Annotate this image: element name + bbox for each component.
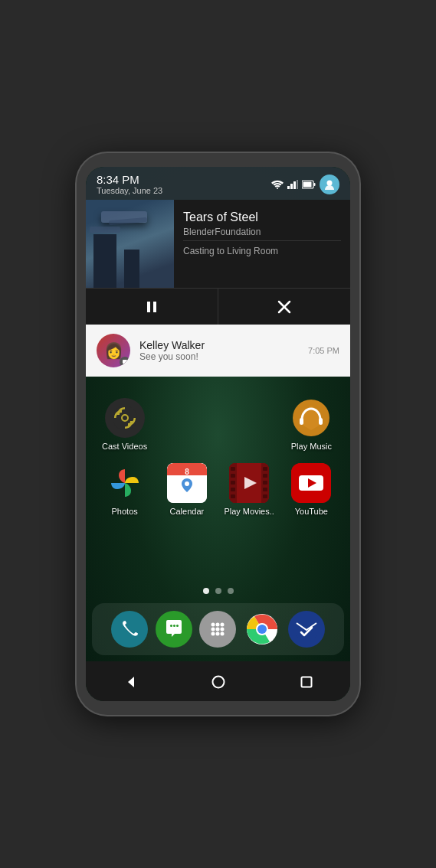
- status-bar: 8:34 PM Tuesday, June 23: [86, 167, 350, 200]
- message-body: See you soon!: [139, 351, 299, 362]
- cast-videos-label: Cast Videos: [102, 442, 147, 451]
- message-app-badge: [120, 357, 130, 367]
- svg-rect-4: [297, 180, 298, 189]
- page-indicators: [86, 582, 350, 603]
- calendar-label: Calendar: [170, 507, 205, 516]
- app-item-play-music[interactable]: Play Music: [280, 392, 343, 457]
- svg-rect-58: [301, 677, 311, 687]
- dock-phone[interactable]: [111, 611, 148, 648]
- svg-rect-32: [263, 474, 267, 478]
- svg-rect-7: [303, 181, 312, 187]
- status-time: 8:34 PM Tuesday, June 23: [97, 173, 162, 195]
- home-screen: Cast Videos: [86, 377, 350, 661]
- cast-close-button[interactable]: [218, 289, 350, 325]
- play-music-icon: [291, 398, 331, 438]
- cast-notification[interactable]: Tears of Steel BlenderFoundation Casting…: [86, 200, 350, 325]
- cast-status: Casting to Living Room: [183, 240, 341, 256]
- svg-rect-17: [319, 418, 323, 425]
- svg-point-21: [185, 481, 189, 486]
- svg-point-43: [211, 623, 215, 627]
- message-content: Kelley Walker See you soon!: [139, 339, 299, 362]
- play-movies-icon: [229, 463, 269, 503]
- youtube-icon: [291, 463, 331, 503]
- app-item-empty-1: [156, 392, 218, 457]
- app-dock: [92, 603, 344, 655]
- svg-rect-2: [290, 184, 293, 189]
- cast-videos-icon: [105, 398, 145, 438]
- svg-rect-9: [147, 302, 150, 312]
- svg-point-45: [221, 623, 225, 627]
- notification-area: Tears of Steel BlenderFoundation Casting…: [86, 200, 350, 377]
- photos-icon: [105, 463, 145, 503]
- message-timestamp: 7:05 PM: [308, 346, 339, 355]
- page-dot-0[interactable]: [203, 588, 209, 594]
- svg-rect-1: [287, 186, 290, 189]
- navigation-bar: [86, 661, 350, 701]
- svg-rect-33: [263, 481, 267, 485]
- cast-thumbnail: [86, 200, 174, 288]
- svg-rect-34: [263, 488, 267, 491]
- battery-icon: [302, 180, 316, 189]
- svg-point-13: [113, 406, 137, 430]
- app-grid: Cast Videos: [86, 377, 350, 582]
- svg-rect-16: [300, 418, 303, 425]
- photos-label: Photos: [112, 507, 138, 516]
- dock-chrome[interactable]: [244, 611, 280, 648]
- svg-rect-26: [231, 467, 235, 471]
- svg-point-54: [257, 625, 267, 634]
- message-sender-name: Kelley Walker: [139, 339, 299, 351]
- svg-point-51: [221, 632, 225, 636]
- cast-notification-top: Tears of Steel BlenderFoundation Casting…: [86, 200, 350, 288]
- app-item-youtube[interactable]: YouTube: [280, 457, 343, 522]
- svg-rect-30: [231, 494, 235, 498]
- svg-rect-10: [153, 302, 156, 312]
- svg-point-48: [221, 628, 225, 631]
- message-sender-avatar: 👩: [97, 334, 130, 367]
- cast-pause-button[interactable]: [86, 289, 218, 325]
- cast-subtitle: BlenderFoundation: [183, 227, 341, 237]
- app-item-empty-2: [218, 392, 280, 457]
- app-item-play-movies[interactable]: Play Movies..: [218, 457, 280, 522]
- cast-title: Tears of Steel: [183, 210, 341, 224]
- svg-point-0: [277, 188, 278, 189]
- back-button[interactable]: [115, 671, 146, 693]
- status-clock: 8:34 PM: [97, 173, 162, 186]
- status-date: Tuesday, June 23: [97, 186, 162, 195]
- svg-point-44: [216, 623, 220, 627]
- svg-rect-31: [263, 467, 267, 471]
- svg-rect-3: [293, 181, 296, 189]
- svg-rect-6: [314, 183, 316, 186]
- svg-rect-27: [231, 474, 235, 478]
- svg-point-46: [211, 628, 215, 631]
- home-button[interactable]: [203, 671, 234, 693]
- app-item-calendar[interactable]: 8 Calendar: [156, 457, 218, 522]
- play-movies-label: Play Movies..: [224, 507, 274, 516]
- svg-rect-40: [170, 625, 172, 627]
- page-dot-2[interactable]: [228, 588, 234, 594]
- app-item-cast-videos[interactable]: Cast Videos: [93, 392, 156, 457]
- dock-inbox[interactable]: [288, 611, 325, 648]
- wifi-icon: [271, 180, 284, 189]
- cast-notification-info: Tears of Steel BlenderFoundation Casting…: [174, 200, 350, 288]
- play-music-label: Play Music: [291, 442, 332, 451]
- phone-frame: 8:34 PM Tuesday, June 23: [77, 153, 359, 715]
- dock-hangouts[interactable]: [156, 611, 192, 648]
- signal-icon: [287, 180, 298, 189]
- cast-notification-actions: [86, 288, 350, 325]
- svg-rect-42: [176, 625, 179, 627]
- recents-button[interactable]: [291, 671, 322, 693]
- svg-rect-29: [231, 488, 235, 491]
- svg-marker-56: [128, 677, 134, 687]
- phone-screen: 8:34 PM Tuesday, June 23: [86, 167, 350, 701]
- svg-rect-35: [263, 494, 267, 498]
- svg-point-50: [216, 632, 220, 636]
- calendar-icon: 8: [167, 463, 207, 503]
- svg-rect-28: [231, 481, 235, 485]
- svg-rect-41: [173, 625, 175, 627]
- page-dot-1[interactable]: [215, 588, 221, 594]
- app-item-photos[interactable]: Photos: [93, 457, 156, 522]
- message-notification[interactable]: 👩 Kelley Walker See you soon! 7:05 PM: [86, 325, 350, 377]
- svg-point-57: [212, 677, 224, 688]
- user-avatar-icon[interactable]: [320, 175, 339, 194]
- dock-launcher[interactable]: [199, 611, 236, 648]
